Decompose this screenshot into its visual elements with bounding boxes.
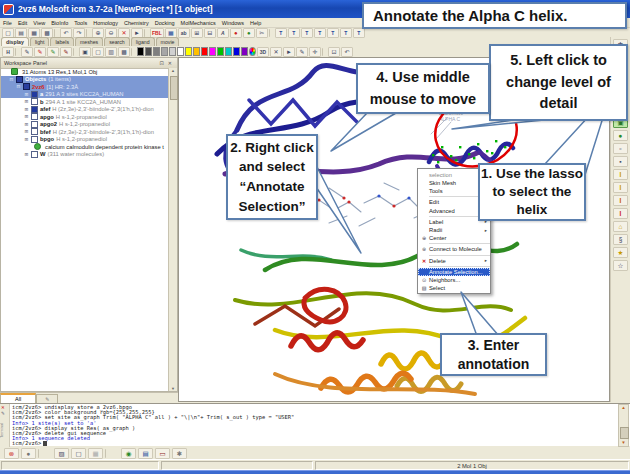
tree-checkbox[interactable] (34, 143, 41, 150)
tree-row-afef[interactable]: ⊞ afef H (2z,3e)-2,3'-biindole-2',3(1'h,… (1, 106, 169, 114)
menu-windows[interactable]: Windows (219, 20, 247, 26)
swatch-light-gray[interactable] (161, 47, 168, 56)
tree-row-2vz6[interactable]: ⊟ 2vz6 [1] HR: 2.3Å (1, 83, 169, 91)
swatch-black[interactable] (137, 47, 144, 56)
menu-chemistry[interactable]: Chemistry (121, 20, 152, 26)
tree-row-bpgo[interactable]: ⊞ bpgo H s-1,2-propanediol (1, 136, 169, 144)
swatch-gray[interactable] (153, 47, 160, 56)
tree-checkbox[interactable] (31, 121, 38, 128)
menu-file[interactable]: File (0, 20, 15, 26)
rainbow-color-icon[interactable] (249, 47, 256, 56)
swatch-green[interactable] (217, 47, 224, 56)
terminal-lines[interactable]: icm/2vz6> undisplay store a_2vz6.bpgoicm… (12, 405, 616, 447)
tree-row-chain-b[interactable]: ⊞ b 294 A 1 site KCC2A_HUMAN (1, 98, 169, 106)
swatch-yellow[interactable] (185, 47, 192, 56)
tab-movie[interactable]: movie (156, 37, 180, 46)
worm-style-icon[interactable]: § (613, 234, 628, 245)
save-project-icon[interactable]: ▩ (41, 28, 53, 38)
export-image-button[interactable]: ▭ (155, 448, 170, 459)
scrollbar-thumb[interactable] (620, 427, 629, 439)
label-style-6-icon[interactable]: T (340, 28, 352, 38)
tree-checkbox[interactable] (23, 83, 30, 90)
tile-windows-button[interactable]: ▨ (54, 448, 69, 459)
menu-item-neighbors[interactable]: ⊙ Neighbors... (418, 276, 490, 284)
tree-checkbox[interactable] (31, 106, 38, 113)
swatch-dark-gray[interactable] (145, 47, 152, 56)
lock-icon[interactable]: ⌂ (613, 221, 628, 232)
terminal-close-icon[interactable]: ✕ (1, 405, 5, 410)
hydrogen-toggle[interactable]: H (2, 47, 14, 57)
menu-edit[interactable]: Edit (15, 20, 30, 26)
panel-pin-icon[interactable]: ⊡ (158, 60, 166, 66)
tab-light[interactable]: light (30, 37, 50, 46)
clear-display-icon[interactable]: ✕ (270, 47, 282, 57)
record-button[interactable]: ● (21, 448, 36, 459)
tab-display[interactable]: display (1, 37, 29, 46)
tree-expander-icon[interactable]: ⊞ (24, 152, 29, 157)
swatch-cyan[interactable] (225, 47, 232, 56)
panel-close-icon[interactable]: ✕ (166, 60, 174, 66)
tree-checkbox[interactable] (16, 76, 23, 83)
scroll-up-icon[interactable]: ▲ (169, 68, 177, 73)
display-wire-icon[interactable]: ▣ (79, 47, 91, 57)
preview-button[interactable]: ◉ (121, 448, 136, 459)
tab-search[interactable]: search (104, 37, 130, 46)
save-icon[interactable]: ▦ (28, 28, 40, 38)
tab-ligand[interactable]: ligand (131, 37, 155, 46)
tree-expander-icon[interactable]: ⊞ (24, 122, 29, 127)
tree-expander-icon[interactable]: ⊞ (24, 107, 29, 112)
font-icon[interactable]: A (217, 28, 229, 38)
workspace-tab-edit-icon[interactable]: ✎ (36, 394, 58, 404)
tree-expander-icon[interactable]: ⊞ (24, 92, 29, 97)
select-atom-icon[interactable]: ▪ (613, 156, 628, 167)
display-ribbon-icon[interactable]: ▢ (92, 47, 104, 57)
menu-molmechanics[interactable]: MolMechanics (178, 20, 219, 26)
workspace-scrollbar[interactable]: ▲ ▼ (168, 68, 177, 391)
swatch-magenta[interactable] (209, 47, 216, 56)
tree-expander-icon[interactable]: ⊞ (24, 137, 29, 142)
tree-row-water[interactable]: ⊞ W (311 water molecules) (1, 151, 169, 159)
red-ball-icon[interactable]: ● (230, 28, 242, 38)
label-style-1-icon[interactable]: T (275, 28, 287, 38)
grid-windows-button[interactable]: ▦ (88, 448, 103, 459)
menu-bioinfo[interactable]: BioInfo (48, 20, 71, 26)
open-file-icon[interactable]: ▤ (15, 28, 27, 38)
stereo-button[interactable]: 3D (257, 47, 269, 57)
label-style-4-icon[interactable]: T (314, 28, 326, 38)
tree-checkbox[interactable] (31, 128, 38, 135)
terminal-edit-icon[interactable]: ✎ (1, 411, 5, 416)
annotate-pencil-icon[interactable]: ✎ (296, 47, 308, 57)
label-distances-icon[interactable]: I (613, 208, 628, 219)
tree-expander-icon[interactable]: ⊟ (9, 77, 14, 82)
zoom-out-icon[interactable]: ⊖ (105, 28, 117, 38)
draw-pencil-icon[interactable]: ✎ (21, 47, 33, 57)
display-skin-icon[interactable]: ▥ (105, 47, 117, 57)
tree-expander-icon[interactable]: ⊞ (24, 114, 29, 119)
command-terminal[interactable]: ✕ ✎ Terminal icm/2vz6> undisplay store a… (0, 403, 630, 446)
undo-icon[interactable]: ↶ (60, 28, 72, 38)
new-file-icon[interactable]: ▢ (2, 28, 14, 38)
favorites-icon[interactable]: ★ (613, 247, 628, 258)
play-icon[interactable]: ► (131, 28, 143, 38)
tree-row-chain-a[interactable]: ⊞ a 291 A 3 sites KCC2A_HUMAN (1, 91, 169, 99)
tree-expander-icon[interactable]: ⊞ (24, 129, 29, 134)
tree-checkbox[interactable] (31, 151, 38, 158)
sequence-label-icon[interactable]: ab (178, 28, 190, 38)
tree-row-apgo[interactable]: ⊞ apgo H s-1,2-propanediol (1, 113, 169, 121)
tree-row-objects[interactable]: ⊟ Objects (1 items) (1, 76, 169, 84)
print-button[interactable]: ▤ (138, 448, 153, 459)
menu-item-select[interactable]: ▨ Select (418, 284, 490, 292)
erase-pencil-dark-icon[interactable]: ✎ (60, 47, 72, 57)
menu-item-annotate-selection[interactable]: Annotate Selection... (418, 268, 490, 276)
menu-tools[interactable]: Tools (71, 20, 90, 26)
move-tool-icon[interactable]: ✛ (309, 47, 321, 57)
cut-icon[interactable]: ✂ (256, 28, 268, 38)
menu-help[interactable]: Help (247, 20, 264, 26)
swatch-silver[interactable] (169, 47, 176, 56)
green-ball-icon[interactable]: ● (243, 28, 255, 38)
stop-button[interactable]: ⊗ (4, 448, 19, 459)
draw-pencil-red-icon[interactable]: ✎ (34, 47, 46, 57)
label-style-5-icon[interactable]: T (327, 28, 339, 38)
store-view-icon[interactable]: ⊡ (328, 47, 340, 57)
label-residues-icon[interactable]: I (613, 182, 628, 193)
